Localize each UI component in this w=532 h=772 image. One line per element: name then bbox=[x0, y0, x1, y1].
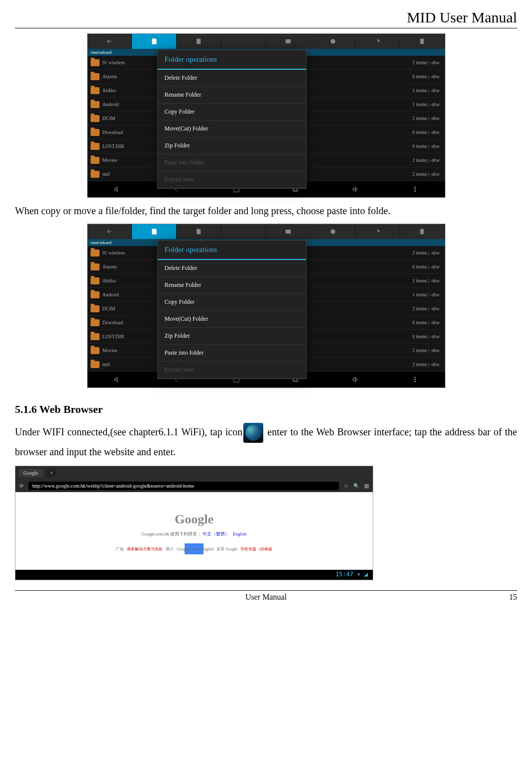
lang-line: Google.com.hk 使用下列语言： 中文（繁體） English bbox=[15, 531, 373, 537]
svg-point-16 bbox=[415, 379, 416, 380]
screenshot-file-manager-1: /mnt/sdcard 91 wireless2 items | -drwAla… bbox=[87, 33, 445, 198]
folder-icon bbox=[91, 277, 100, 284]
topbar-back-icon[interactable] bbox=[88, 224, 132, 239]
folder-info: 0 items | -drw bbox=[412, 334, 439, 339]
folder-name: LOST.DIR bbox=[103, 334, 124, 339]
folder-icon bbox=[91, 157, 100, 164]
volume-up-icon[interactable] bbox=[349, 375, 361, 384]
dialog-item[interactable]: Delete Folder bbox=[158, 260, 306, 277]
folder-icon bbox=[91, 361, 100, 368]
folder-info: 0 items | -drw bbox=[412, 143, 439, 149]
new-tab-button[interactable]: + bbox=[47, 469, 56, 477]
header-title: MID User Manual bbox=[15, 5, 517, 28]
folder-icon bbox=[91, 291, 100, 298]
topbar-tool-icon[interactable] bbox=[355, 224, 400, 239]
menu-icon[interactable] bbox=[409, 185, 421, 194]
folder-icon bbox=[91, 171, 100, 178]
folder-info: 2 items | -drw bbox=[412, 60, 439, 65]
dialog-item[interactable]: Zip Folder bbox=[158, 328, 306, 345]
caption-1: When copy or move a file/folder, find th… bbox=[15, 202, 517, 220]
topbar-tool-icon[interactable] bbox=[355, 34, 400, 49]
dialog-item[interactable]: Rename Folder bbox=[158, 87, 306, 104]
file-manager-topbar bbox=[88, 224, 445, 239]
volume-up-icon[interactable] bbox=[349, 185, 361, 194]
folder-icon bbox=[91, 87, 100, 94]
volume-down-icon[interactable] bbox=[111, 185, 123, 194]
folder-icon bbox=[91, 129, 100, 136]
star-icon[interactable]: ☆ bbox=[344, 483, 348, 489]
folder-info: 2 items | -drw bbox=[412, 362, 439, 367]
dialog-item[interactable]: Zip Folder bbox=[158, 137, 306, 154]
topbar-usb-icon[interactable] bbox=[221, 34, 266, 49]
folder-info: 0 items | -drw bbox=[412, 129, 439, 135]
browser-urlbar: ⟳ http://www.google.com.hk/webhp?client=… bbox=[15, 479, 373, 492]
topbar-paste-icon[interactable] bbox=[400, 224, 445, 239]
folder-info: 2 items | -drw bbox=[412, 157, 439, 163]
topbar-sdcard-icon[interactable] bbox=[132, 34, 177, 49]
reload-icon[interactable]: ⟳ bbox=[19, 483, 23, 489]
folder-info: 1 items | -drw bbox=[412, 278, 439, 283]
bookmarks-icon[interactable]: ▤ bbox=[364, 483, 369, 489]
svg-rect-1 bbox=[286, 39, 291, 43]
topbar-back-icon[interactable] bbox=[88, 34, 132, 49]
dialog-item[interactable]: Move(Cut) Folder bbox=[158, 121, 306, 137]
topbar-usb-icon[interactable] bbox=[221, 224, 266, 239]
google-logo: Google bbox=[15, 512, 373, 527]
folder-name: Aldiko bbox=[103, 278, 116, 283]
folder-name: msf bbox=[103, 362, 110, 367]
folder-icon bbox=[91, 73, 100, 80]
dialog-item: Extract here bbox=[158, 171, 306, 188]
folder-name: LOST.DIR bbox=[103, 143, 124, 149]
screenshot-browser: Google + ⟳ http://www.google.com.hk/webh… bbox=[15, 466, 373, 580]
dialog-title: Folder operations bbox=[158, 241, 306, 260]
svg-point-11 bbox=[330, 229, 335, 234]
dialog-item[interactable]: Copy Folder bbox=[158, 294, 306, 311]
folder-name: DCIM bbox=[103, 116, 115, 121]
dialog-item: Paste into folder bbox=[158, 154, 306, 171]
dialog-item[interactable]: Copy Folder bbox=[158, 104, 306, 121]
topbar-movie-icon[interactable] bbox=[311, 224, 355, 239]
dialog-item[interactable]: Move(Cut) Folder bbox=[158, 311, 306, 328]
folder-info: 2 items | -drw bbox=[412, 116, 439, 121]
dialog-item[interactable]: Paste into folder bbox=[158, 345, 306, 362]
search-icon[interactable]: 🔍 bbox=[353, 483, 359, 489]
file-manager-topbar bbox=[88, 34, 445, 49]
svg-rect-9 bbox=[197, 229, 201, 235]
menu-icon[interactable] bbox=[409, 375, 421, 384]
dialog-item[interactable]: Delete Folder bbox=[158, 70, 306, 87]
dialog-item[interactable]: Rename Folder bbox=[158, 277, 306, 294]
svg-rect-3 bbox=[421, 39, 424, 44]
svg-point-17 bbox=[415, 381, 416, 382]
browser-page-body: Google Google.com.hk 使用下列语言： 中文（繁體） Engl… bbox=[15, 492, 373, 567]
svg-point-7 bbox=[415, 189, 416, 190]
folder-icon bbox=[91, 250, 100, 257]
url-input[interactable]: http://www.google.com.hk/webhp?client=an… bbox=[28, 482, 339, 490]
volume-down-icon[interactable] bbox=[111, 375, 123, 384]
folder-name: Android bbox=[103, 102, 119, 107]
browser-tab[interactable]: Google bbox=[18, 469, 43, 477]
folder-info: 1 items | -drw bbox=[412, 88, 439, 93]
folder-name: Aldiko bbox=[103, 88, 116, 93]
topbar-image-icon[interactable] bbox=[266, 224, 311, 239]
dialog-item: Extract here bbox=[158, 362, 306, 379]
folder-info: 2 items | -drw bbox=[412, 348, 439, 353]
topbar-movie-icon[interactable] bbox=[311, 34, 355, 49]
file-list: 91 wireless2 items | -drwAlarms0 items |… bbox=[88, 56, 445, 181]
folder-name: DCIM bbox=[103, 306, 115, 311]
folder-icon bbox=[91, 115, 100, 122]
screenshot-file-manager-2: /mnt/sdcard 91 wireless2 items | -drwAla… bbox=[87, 224, 445, 388]
topbar-paste-icon[interactable] bbox=[400, 34, 445, 49]
folder-icon bbox=[91, 333, 100, 340]
page-footer: User Manual 15 bbox=[15, 590, 517, 604]
topbar-image-icon[interactable] bbox=[266, 34, 311, 49]
para-before-icon: Under WIFI connected,(see chapter6.1.1 W… bbox=[15, 426, 242, 437]
folder-name: Alarms bbox=[103, 74, 117, 79]
svg-rect-12 bbox=[421, 229, 424, 235]
svg-rect-0 bbox=[197, 39, 201, 44]
google-footer-links: 广告 商务解决方案与条款 简介 Google.com in English 直看… bbox=[15, 546, 373, 552]
topbar-internal-icon[interactable] bbox=[177, 34, 221, 49]
topbar-internal-icon[interactable] bbox=[177, 224, 221, 239]
svg-point-8 bbox=[415, 191, 416, 192]
topbar-sdcard-icon[interactable] bbox=[132, 224, 177, 239]
folder-name: msf bbox=[103, 171, 110, 177]
